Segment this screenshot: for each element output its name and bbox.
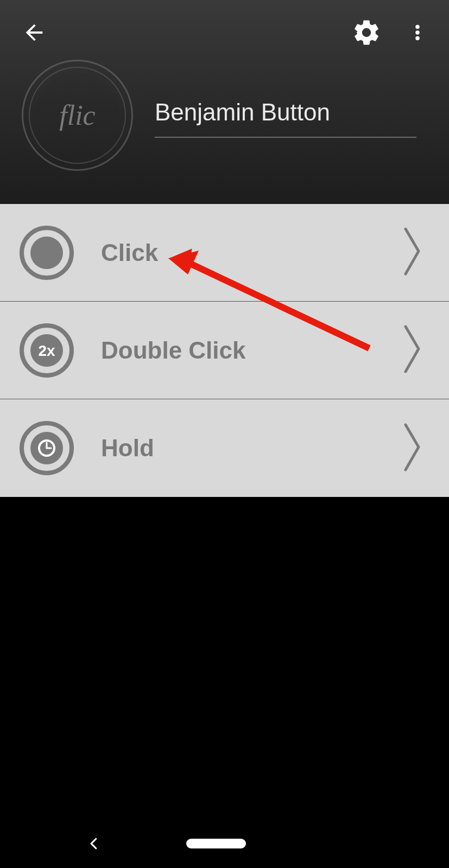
svg-point-1 [415, 30, 420, 35]
svg-point-2 [415, 36, 420, 41]
more-button[interactable] [408, 20, 427, 45]
gear-icon [351, 17, 382, 48]
action-row-click[interactable]: Click [0, 204, 449, 302]
settings-button[interactable] [351, 17, 382, 48]
android-navbar [0, 819, 449, 868]
action-row-double-click[interactable]: 2x Double Click [0, 302, 449, 399]
flic-device-avatar[interactable]: flic [22, 60, 133, 171]
chevron-right-icon [403, 323, 422, 377]
single-click-icon [20, 226, 74, 280]
action-label: Double Click [101, 337, 403, 364]
chevron-right-icon [403, 226, 422, 279]
header-panel: flic [0, 0, 449, 204]
arrow-left-icon [22, 20, 47, 45]
svg-text:2x: 2x [38, 342, 55, 359]
nav-home-button[interactable] [186, 839, 246, 848]
action-label: Hold [101, 435, 403, 462]
nav-back-button[interactable] [86, 835, 102, 852]
svg-point-4 [30, 237, 63, 269]
chevron-right-icon [403, 422, 422, 475]
svg-point-0 [415, 25, 420, 29]
back-button[interactable] [22, 20, 47, 45]
double-click-icon: 2x [20, 323, 74, 378]
actions-list: Click 2x Double Click [0, 204, 449, 497]
chevron-left-icon [86, 835, 102, 852]
button-name-input[interactable] [155, 93, 416, 138]
hold-icon [20, 421, 74, 475]
flic-logo-text: flic [59, 99, 95, 131]
action-row-hold[interactable]: Hold [0, 399, 449, 497]
more-vert-icon [408, 20, 427, 45]
action-label: Click [101, 239, 403, 266]
